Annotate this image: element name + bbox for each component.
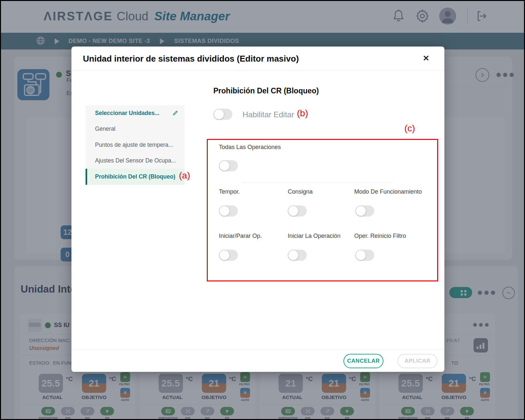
sidebar-item-ajustes-sensor[interactable]: Ajustes Del Sensor De Ocupa... — [86, 153, 185, 169]
annotation-c: (c) — [404, 123, 415, 134]
sidebar-item-label: General — [95, 125, 115, 132]
iniciar-parar-toggle[interactable] — [219, 250, 238, 261]
habilitar-editar-label: Habilitar Editar — [243, 110, 294, 119]
modo-funcionamiento-label: Modo De Funcionamiento — [354, 188, 422, 195]
annotation-a: (a) — [179, 170, 190, 181]
tempor-label: Tempor. — [219, 188, 240, 195]
annotation-b: (b) — [297, 108, 308, 119]
operations-group-highlight: Todas Las Operaciones Tempor. Consigna M… — [207, 139, 438, 281]
iniciar-operacion-label: Iniciar La Operación — [288, 233, 340, 239]
modal-footer-divider — [71, 349, 444, 350]
modo-funcionamiento-toggle[interactable] — [355, 205, 374, 217]
screenshot-frame: ΛIRSTΛGE Cloud Site Manager — [0, 0, 525, 420]
consigna-toggle[interactable] — [288, 205, 307, 217]
modal-title: Unidad interior de sistemas divididos (E… — [83, 54, 299, 64]
aplicar-button[interactable]: APLICAR — [398, 354, 438, 368]
iniciar-operacion-toggle[interactable] — [288, 250, 307, 261]
sidebar-item-label: Prohibición Del CR (Bloqueo) — [95, 173, 175, 180]
sidebar-item-label: Seleccionar Unidades... — [95, 110, 159, 117]
reinicio-filtro-toggle[interactable] — [355, 250, 374, 261]
consigna-label: Consigna — [288, 188, 313, 195]
section-title: Prohibición Del CR (Bloqueo) — [213, 86, 319, 95]
close-icon[interactable]: ✕ — [423, 54, 429, 63]
cancelar-button[interactable]: CANCELAR — [343, 354, 383, 368]
reinicio-filtro-label: Oper. Reinicio Filtro — [354, 233, 406, 239]
edit-pencil-icon[interactable] — [172, 110, 179, 118]
sidebar-item-label: Ajustes Del Sensor De Ocupa... — [95, 157, 176, 164]
sidebar-item-prohibicion-cr[interactable]: Prohibición Del CR (Bloqueo) — [86, 169, 185, 185]
iniciar-parar-label: Iniciar/Parar Op. — [219, 233, 262, 239]
modal-title-divider — [71, 70, 444, 71]
habilitar-editar-toggle[interactable] — [213, 109, 232, 120]
operations-divider — [242, 182, 393, 183]
bulk-editor-modal: Unidad interior de sistemas divididos (E… — [71, 47, 444, 372]
sidebar-item-seleccionar-unidades[interactable]: Seleccionar Unidades... — [86, 105, 185, 121]
sidebar-item-puntos-de-ajuste[interactable]: Puntos de ajuste de tempera... — [86, 137, 185, 153]
todas-las-operaciones-toggle[interactable] — [219, 160, 238, 171]
sidebar-item-general[interactable]: General — [86, 121, 185, 137]
todas-las-operaciones-label: Todas Las Operaciones — [219, 144, 281, 151]
modal-sidebar: Seleccionar Unidades... General Puntos d… — [86, 105, 185, 185]
tempor-toggle[interactable] — [219, 205, 238, 217]
sidebar-item-label: Puntos de ajuste de tempera... — [95, 142, 173, 148]
